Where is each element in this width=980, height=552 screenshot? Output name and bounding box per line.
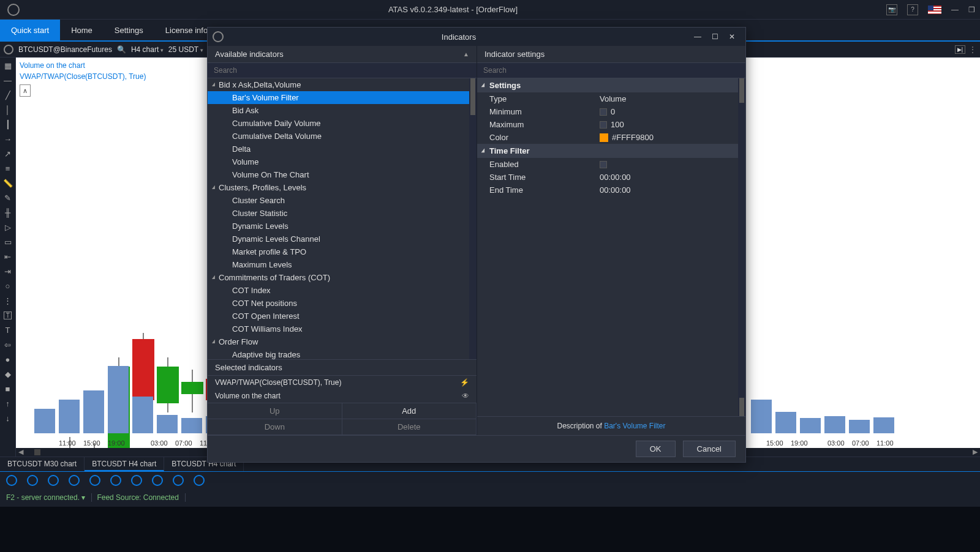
prop-value[interactable]: 0 [600, 107, 738, 116]
available-search-input[interactable] [208, 63, 477, 78]
up-button[interactable]: Up [208, 403, 342, 419]
restore-window-icon[interactable]: ❐ [968, 6, 975, 14]
available-indicators-header[interactable]: Available indicators ▲ [208, 46, 477, 63]
arrow-up-icon[interactable]: ↑ [2, 398, 13, 409]
circle-fill-icon[interactable]: ● [2, 354, 13, 365]
prop-maximum[interactable]: Maximum 100 [477, 118, 738, 131]
plug-icon[interactable]: ⚡ [460, 378, 469, 387]
text-icon[interactable]: T [2, 324, 13, 335]
tree-item[interactable]: Maximum Levels [208, 258, 469, 271]
tree-scrollbar[interactable] [469, 78, 477, 359]
indicator-tree[interactable]: Bid x Ask,Delta,VolumeBar's Volume Filte… [208, 78, 469, 359]
ok-button[interactable]: OK [636, 441, 676, 457]
vline-icon[interactable]: │ [2, 104, 13, 115]
time-filter-group-header[interactable]: Time Filter [477, 144, 738, 158]
settings-search-input[interactable] [477, 63, 745, 78]
fib-icon[interactable]: ╫ [2, 207, 13, 218]
ruler-icon[interactable]: 📏 [2, 177, 13, 188]
tree-item[interactable]: COT Williams Index [208, 323, 469, 335]
down-button[interactable]: Down [208, 419, 342, 435]
cancel-button[interactable]: Cancel [683, 441, 736, 457]
grid-icon[interactable]: ▦ [2, 60, 13, 71]
tree-item[interactable]: Cluster Search [208, 194, 469, 207]
connector-icon[interactable] [110, 475, 121, 486]
tree-group[interactable]: Commitments of Traders (COT) [208, 271, 469, 284]
prop-type[interactable]: Type Volume [477, 92, 738, 105]
parallel-lines-icon[interactable]: ≡ [2, 163, 13, 174]
tree-group[interactable]: Order Flow [208, 335, 469, 348]
prop-color[interactable]: Color #FFFF9800 [477, 131, 738, 144]
connector-icon[interactable] [6, 475, 17, 486]
tree-item[interactable]: COT Open Interest [208, 310, 469, 323]
symbol-label[interactable]: BTCUSDT@BinanceFutures [18, 45, 112, 54]
collapse-overlays-button[interactable]: ∧ [20, 84, 31, 97]
selected-indicator-item[interactable]: VWAP/TWAP(Close(BTCUSDT), True)⚡ [208, 376, 477, 389]
prop-start-time[interactable]: Start Time 00:00:00 [477, 171, 738, 184]
prop-value[interactable]: Volume [600, 94, 738, 103]
connector-icon[interactable] [48, 475, 59, 486]
screenshot-icon[interactable]: 📷 [886, 4, 897, 15]
tree-item[interactable]: Market profile & TPO [208, 245, 469, 258]
scroll-right-icon[interactable]: ▶ [970, 448, 980, 456]
tree-item[interactable]: Delta [208, 143, 469, 155]
scroll-left-icon[interactable]: ◀ [16, 448, 26, 456]
tree-item[interactable]: Cluster Statistic [208, 207, 469, 220]
text-label-icon[interactable]: 🅃 [2, 310, 13, 321]
forward-end-button[interactable]: ▶| [955, 45, 965, 54]
price-scale-dropdown[interactable]: 25 USDT [168, 45, 203, 54]
checkbox-icon[interactable] [600, 108, 607, 116]
language-flag-icon[interactable] [928, 6, 941, 14]
tree-item[interactable]: COT Net positions [208, 297, 469, 310]
prop-value[interactable]: #FFFF9800 [600, 133, 738, 142]
minimize-window-icon[interactable]: — [951, 6, 959, 14]
connector-icon[interactable] [69, 475, 80, 486]
tree-item[interactable]: Volume [208, 155, 469, 168]
prop-minimum[interactable]: Minimum 0 [477, 105, 738, 118]
hline-icon[interactable]: — [2, 75, 13, 86]
tree-group[interactable]: Bid x Ask,Delta,Volume [208, 78, 469, 91]
arrow-down-icon[interactable]: ↓ [2, 412, 13, 423]
arrow-diag-icon[interactable]: ↗ [2, 148, 13, 159]
triangle-icon[interactable]: ▷ [2, 222, 13, 233]
connector-icon[interactable] [152, 475, 163, 486]
selected-indicator-item[interactable]: Volume on the chart👁 [208, 389, 477, 403]
delete-button[interactable]: Delete [342, 419, 477, 435]
chart-tab[interactable]: BTCUSDT H4 chart [85, 457, 164, 471]
dots-icon[interactable]: ⋮ [2, 295, 13, 306]
settings-group-header[interactable]: Settings [477, 78, 738, 92]
note-icon[interactable]: ⇦ [2, 339, 13, 350]
connector-icon[interactable] [27, 475, 38, 486]
rect-icon[interactable]: ▭ [2, 236, 13, 247]
trend-line-icon[interactable]: ╱ [2, 89, 13, 100]
prop-value[interactable] [600, 160, 738, 169]
checkbox-icon[interactable] [600, 161, 607, 168]
menu-settings[interactable]: Settings [104, 20, 154, 40]
pencil-icon[interactable]: ✎ [2, 192, 13, 203]
tree-item[interactable]: Cumulative Daily Volume [208, 117, 469, 130]
tree-item[interactable]: Bar's Volume Filter [208, 91, 469, 104]
steps-right-icon[interactable]: ⇥ [2, 266, 13, 277]
connector-icon[interactable] [131, 475, 142, 486]
checkbox-icon[interactable] [600, 121, 607, 129]
chart-tab[interactable]: BTCUSDT M30 chart [0, 457, 85, 471]
prop-value[interactable]: 100 [600, 120, 738, 129]
dialog-close-icon[interactable]: ✕ [723, 32, 741, 41]
toolbar-right-more-icon[interactable]: ⋮ [969, 45, 976, 54]
prop-enabled[interactable]: Enabled [477, 158, 738, 171]
timeframe-dropdown[interactable]: H4 chart [131, 45, 164, 54]
connector-icon[interactable] [194, 475, 205, 486]
scroll-thumb[interactable] [34, 449, 40, 455]
eye-icon[interactable]: 👁 [462, 392, 469, 400]
description-link[interactable]: Bar's Volume Filter [604, 422, 665, 430]
tree-item[interactable]: Cumulative Delta Volume [208, 130, 469, 143]
tree-item[interactable]: Adaptive big trades [208, 348, 469, 359]
circle-outline-icon[interactable]: ○ [2, 280, 13, 291]
search-icon[interactable]: 🔍 [117, 45, 126, 54]
diamond-icon[interactable]: ◆ [2, 368, 13, 379]
tree-group[interactable]: Clusters, Profiles, Levels [208, 181, 469, 194]
prop-end-time[interactable]: End Time 00:00:00 [477, 184, 738, 196]
menu-quick-start[interactable]: Quick start [0, 20, 60, 40]
square-icon[interactable]: ■ [2, 383, 13, 394]
tree-item[interactable]: COT Index [208, 284, 469, 297]
tree-item[interactable]: Dynamic Levels Channel [208, 233, 469, 245]
